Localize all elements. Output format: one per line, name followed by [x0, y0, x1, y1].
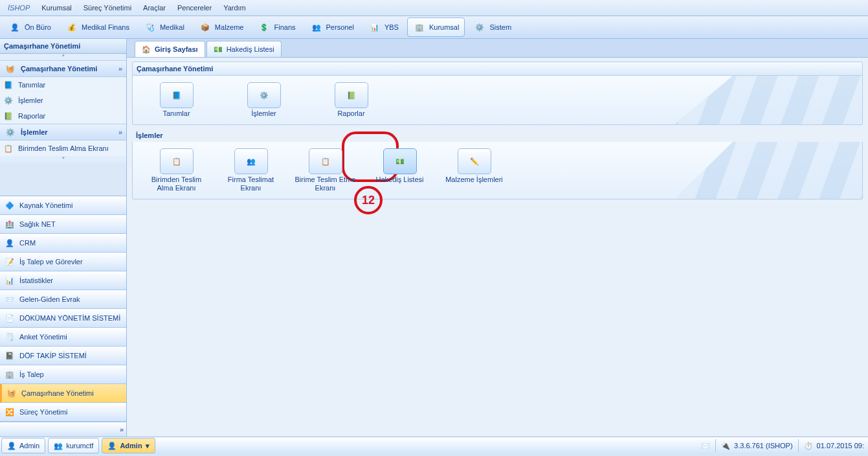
- gear-icon: ⚙️: [4, 97, 13, 105]
- group1-title: Çamaşırhane Yönetimi: [132, 62, 863, 76]
- main-area: 🏠Giriş Sayfası 💵Hakediş Listesi Çamaşırh…: [127, 39, 868, 437]
- system-icon: ⚙️: [473, 21, 486, 34]
- chevron-double-icon[interactable]: »: [120, 426, 124, 433]
- status-bar: 👤Admin 👥kurumctf 👤Admin▾ ✉️ 🔌 3.3.6.761 …: [0, 437, 868, 454]
- nav-accordion: 🔷Kaynak Yönetimi 🏥Sağlık NET 👤CRM 📝İş Ta…: [0, 196, 126, 437]
- status-user-kurumctf[interactable]: 👥kurumctf: [48, 438, 99, 453]
- building-icon: 🏢: [413, 21, 426, 34]
- tool-medikal[interactable]: 🩺Medikal: [138, 17, 190, 37]
- connection-icon: 🔌: [721, 442, 730, 450]
- book-icon: 📘: [172, 91, 181, 100]
- money-icon: 💵: [214, 45, 223, 54]
- book-icon: 📘: [4, 81, 13, 89]
- acc-istatistikler[interactable]: 📊İstatistikler: [0, 271, 126, 290]
- group1-body: 📘Tanımlar ⚙️İşlemler 📗Raporlar: [132, 76, 863, 125]
- coins-icon: 💰: [65, 21, 78, 34]
- launch-malzeme-islemleri[interactable]: ✏️Malzeme İşlemleri: [443, 148, 505, 192]
- money-icon: 💵: [395, 157, 405, 166]
- launch-raporlar[interactable]: 📗Raporlar: [320, 82, 382, 118]
- survey-icon: 🗒️: [5, 333, 14, 341]
- tab-hakedis[interactable]: 💵Hakediş Listesi: [206, 41, 282, 57]
- acc-dokuman[interactable]: 📄DÖKÜMAN YÖNETİM SİSTEMİ: [0, 309, 126, 328]
- user-icon: 👤: [7, 442, 16, 450]
- acc-istalep-gorevler[interactable]: 📝İş Talep ve Görevler: [0, 253, 126, 271]
- left-group-camasirhane[interactable]: 🧺 Çamaşırhane Yönetimi »: [0, 60, 126, 77]
- flow-icon: 🔀: [5, 408, 14, 416]
- left-item-raporlar[interactable]: 📗Raporlar: [0, 108, 126, 124]
- home-icon: 🏠: [142, 45, 151, 54]
- launch-tanimlar[interactable]: 📘Tanımlar: [146, 82, 207, 118]
- menu-yardim[interactable]: Yardım: [218, 0, 251, 16]
- medical-icon: 🩺: [144, 21, 157, 34]
- menu-kurumsal[interactable]: Kurumsal: [36, 0, 76, 16]
- person-icon: 👤: [8, 21, 21, 34]
- launch-birimden-teslim[interactable]: 📋Birimden Teslim Alma Ekranı: [146, 148, 207, 192]
- tool-ybs[interactable]: 📊YBS: [362, 17, 405, 37]
- status-user-admin-dropdown[interactable]: 👤Admin▾: [102, 438, 155, 453]
- accordion-footer: »: [0, 422, 126, 437]
- acc-crm[interactable]: 👤CRM: [0, 234, 126, 253]
- gear-icon: ⚙️: [4, 126, 17, 139]
- grid-icon: 📊: [5, 277, 14, 285]
- tool-personel[interactable]: 👥Personel: [304, 17, 360, 37]
- acc-saglik-net[interactable]: 🏥Sağlık NET: [0, 215, 126, 234]
- cube-icon: 🔷: [5, 201, 14, 210]
- tool-sistem[interactable]: ⚙️Sistem: [467, 17, 517, 37]
- menu-surec[interactable]: Süreç Yönetimi: [78, 0, 137, 16]
- menu-ishop[interactable]: İSHOP: [3, 0, 35, 16]
- gear-icon: ⚙️: [260, 91, 269, 100]
- task-icon: 📝: [5, 258, 14, 266]
- acc-surec[interactable]: 🔀Süreç Yönetimi: [0, 403, 126, 422]
- pencil-icon: ✏️: [470, 157, 479, 166]
- tool-onburo[interactable]: 👤Ön Büro: [3, 17, 57, 37]
- acc-camasirhane[interactable]: 🧺Çamaşırhane Yönetimi: [0, 384, 126, 403]
- laundry-icon: 🧺: [7, 389, 16, 398]
- menu-pencereler[interactable]: Pencereler: [172, 0, 217, 16]
- launch-firma-teslimat[interactable]: 👥Firma Teslimat Ekranı: [220, 148, 282, 192]
- acc-dof-takip[interactable]: 📓DÖF TAKİP SİSTEMİ: [0, 347, 126, 365]
- acc-istalep[interactable]: 🏢İş Talep: [0, 365, 126, 384]
- status-user-admin[interactable]: 👤Admin: [1, 438, 45, 453]
- building-icon: 🏥: [5, 220, 14, 229]
- clipboard-icon: 📋: [172, 157, 181, 166]
- tool-kurumsal[interactable]: 🏢Kurumsal: [407, 17, 465, 37]
- launch-islemler[interactable]: ⚙️İşlemler: [233, 82, 295, 118]
- left-group1-items: 📘Tanımlar ⚙️İşlemler 📗Raporlar: [0, 77, 126, 124]
- group2-body: 📋Birimden Teslim Alma Ekranı 👥Firma Tesl…: [132, 142, 863, 200]
- chevron-double-icon: »: [118, 65, 122, 73]
- tool-malzeme[interactable]: 📦Malzeme: [193, 17, 250, 37]
- doc-icon: 📄: [5, 314, 14, 323]
- clipboard-icon: 📋: [321, 157, 330, 166]
- expand-down-icon[interactable]: ˅: [0, 156, 126, 163]
- finance-icon: 💲: [258, 21, 271, 34]
- acc-kaynak[interactable]: 🔷Kaynak Yönetimi: [0, 196, 126, 215]
- chevron-double-icon: »: [118, 128, 122, 136]
- menu-araclar[interactable]: Araçlar: [138, 0, 171, 16]
- launch-birime-teslim[interactable]: 📋Birime Teslim Etme Ekranı: [295, 148, 356, 192]
- collapse-up-icon[interactable]: ˄: [0, 54, 126, 60]
- menu-bar: İSHOP Kurumsal Süreç Yönetimi Araçlar Pe…: [0, 0, 868, 16]
- tab-row: 🏠Giriş Sayfası 💵Hakediş Listesi: [127, 39, 868, 58]
- person-icon: 👤: [5, 239, 14, 247]
- left-item-islemler[interactable]: ⚙️İşlemler: [0, 93, 126, 108]
- chart-icon: 📊: [368, 21, 381, 34]
- tool-finans[interactable]: 💲Finans: [252, 17, 301, 37]
- team-icon: 👥: [247, 157, 256, 166]
- tool-medikalfinans[interactable]: 💰Medikal Finans: [60, 17, 135, 37]
- mail-icon[interactable]: ✉️: [701, 442, 710, 450]
- building-icon: 🏢: [5, 370, 14, 379]
- left-item-birimden-teslim[interactable]: 📋Birimden Teslim Alma Ekranı: [0, 141, 126, 156]
- report-icon: 📗: [4, 112, 13, 120]
- left-panel-title: Çamaşırhane Yönetimi: [0, 39, 126, 54]
- launch-hakedis-listesi[interactable]: 💵Hakediş Listesi: [369, 148, 430, 192]
- left-group-islemler[interactable]: ⚙️ İşlemler »: [0, 124, 126, 141]
- left-panel: Çamaşırhane Yönetimi ˄ 🧺 Çamaşırhane Yön…: [0, 39, 127, 437]
- page-content: Çamaşırhane Yönetimi 📘Tanımlar ⚙️İşlemle…: [127, 58, 868, 437]
- user-icon: 👥: [54, 442, 63, 450]
- mail-icon: 📨: [5, 295, 14, 304]
- report-icon: 📗: [347, 91, 356, 100]
- tab-giris[interactable]: 🏠Giriş Sayfası: [135, 41, 205, 57]
- acc-anket[interactable]: 🗒️Anket Yönetimi: [0, 328, 126, 347]
- left-item-tanimlar[interactable]: 📘Tanımlar: [0, 77, 126, 93]
- acc-gelen-giden[interactable]: 📨Gelen-Giden Evrak: [0, 290, 126, 309]
